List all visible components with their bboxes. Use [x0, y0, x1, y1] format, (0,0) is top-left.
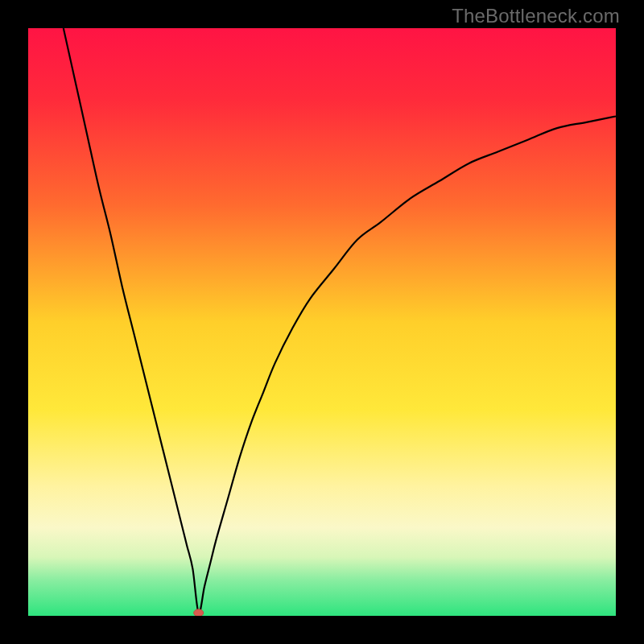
chart-svg [28, 28, 616, 616]
optimum-marker [194, 609, 204, 616]
chart-frame: TheBottleneck.com [0, 0, 644, 644]
plot-background [28, 28, 616, 616]
watermark-text: TheBottleneck.com [452, 5, 620, 27]
plot-area [28, 28, 616, 616]
